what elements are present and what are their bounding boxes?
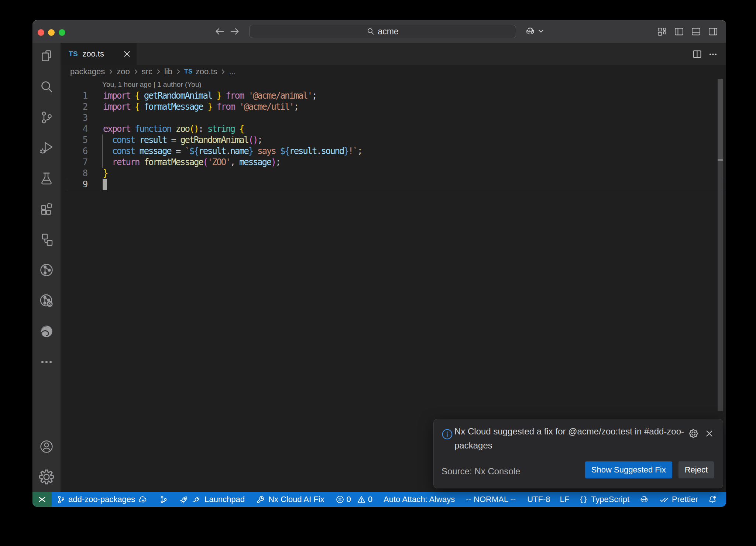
code-token [235, 124, 239, 134]
code-line[interactable]: 7 return formatMessage('ZOO', message); [61, 157, 726, 168]
code-token: ${ [189, 146, 199, 156]
code-token: export [103, 124, 130, 134]
close-window-button[interactable] [38, 29, 44, 36]
sidebar-item-commit-graph[interactable] [38, 262, 55, 279]
code-token: : [198, 124, 203, 134]
cloud-upload-icon [138, 495, 148, 505]
status-language[interactable]: TypeScript [579, 495, 629, 504]
vscode-window: acme [32, 20, 726, 507]
status-eol[interactable]: LF [560, 495, 569, 504]
notification-gear-icon[interactable] [688, 429, 698, 438]
scrollbar-thumb[interactable] [718, 79, 723, 160]
navigate-back-icon[interactable] [214, 26, 225, 37]
code-token: = [176, 146, 180, 156]
command-center-query: acme [378, 27, 398, 37]
sidebar-item-linked-components[interactable] [38, 231, 55, 248]
status-problems[interactable]: 0 0 [336, 495, 373, 504]
sidebar-item-search[interactable] [38, 78, 55, 95]
code-token [103, 135, 112, 145]
reject-button[interactable]: Reject [678, 461, 714, 478]
toggle-secondary-sidebar-icon[interactable] [708, 27, 718, 37]
status-commit-graph[interactable] [159, 495, 168, 504]
breadcrumb-item[interactable]: src [142, 67, 152, 76]
status-launchpad[interactable]: Launchpad [179, 495, 245, 505]
tab-zoo-ts[interactable]: TS zoo.ts [61, 43, 137, 65]
status-left: add-zoo-packages Launchpad Nx Cloud AI F… [57, 495, 516, 505]
code-line[interactable]: 2import { formatMessage } from '@acme/ut… [61, 101, 726, 112]
notification-source: Source: Nx Console [441, 466, 520, 477]
more-actions-icon[interactable] [708, 49, 718, 59]
breadcrumb-item[interactable]: lib [164, 67, 172, 76]
status-vim-mode-label: -- NORMAL -- [466, 495, 516, 504]
status-encoding[interactable]: UTF-8 [527, 495, 550, 504]
line-number: 8 [61, 168, 87, 179]
code-line[interactable]: 4export function zoo(): string { [61, 123, 726, 134]
close-icon[interactable] [705, 429, 714, 438]
settings-button[interactable] [38, 468, 55, 485]
code-token: getRandomAnimal [144, 91, 212, 101]
sidebar-item-explorer[interactable] [38, 48, 55, 65]
code-token [139, 91, 144, 101]
show-suggested-fix-button[interactable]: Show Suggested Fix [585, 461, 672, 478]
scrollbar-thumb-lower[interactable] [718, 161, 723, 411]
status-right: UTF-8 LF TypeScript Prettier [527, 492, 717, 507]
sidebar-item-source-control[interactable] [38, 109, 55, 126]
close-tab-icon[interactable] [123, 50, 131, 58]
status-vim-mode[interactable]: -- NORMAL -- [466, 495, 516, 504]
breadcrumb-item[interactable]: packages [70, 67, 105, 76]
copilot-menu[interactable] [525, 25, 544, 37]
sidebar-item-edge-tools[interactable] [38, 323, 55, 340]
status-copilot[interactable] [639, 494, 649, 505]
code-token: from [217, 102, 235, 112]
gitlens-codelens[interactable]: You, 1 hour ago | 1 author (You) [102, 79, 202, 90]
code-line[interactable]: 3 [61, 112, 726, 123]
breadcrumb-symbol[interactable]: ... [229, 67, 236, 76]
code-line[interactable]: 5 const result = getRandomAnimal(); [61, 134, 726, 146]
code-line[interactable]: 6 const message = `${result.name} says $… [61, 146, 726, 157]
sidebar-item-run-debug[interactable] [38, 139, 55, 156]
code-token: ; [312, 91, 316, 101]
code-text: const result = getRandomAnimal(); [103, 134, 262, 146]
code-token: 'ZOO' [207, 157, 230, 167]
code-token [203, 124, 207, 134]
code-line[interactable]: 1import { getRandomAnimal } from '@acme/… [61, 90, 726, 101]
remote-indicator[interactable] [32, 492, 52, 507]
status-branch-label: add-zoo-packages [68, 495, 135, 504]
status-auto-attach[interactable]: Auto Attach: Always [384, 495, 455, 504]
code-token: () [189, 124, 199, 134]
status-prettier[interactable]: Prettier [659, 495, 698, 505]
sidebar-item-more-views[interactable] [38, 354, 55, 371]
code-token: result [139, 135, 166, 145]
toggle-primary-sidebar-icon[interactable] [674, 27, 684, 37]
status-git-branch[interactable]: add-zoo-packages [57, 495, 148, 505]
sidebar-item-testing[interactable] [38, 170, 55, 187]
breadcrumb-item[interactable]: zoo [117, 67, 130, 76]
command-center-search[interactable]: acme [249, 25, 516, 38]
split-editor-icon[interactable] [692, 49, 702, 59]
remote-indicator-icon [37, 495, 47, 504]
code-token: getRandomAnimal [180, 135, 248, 145]
tab-bar: TS zoo.ts [61, 43, 726, 65]
code-token [135, 135, 139, 145]
breadcrumb-file[interactable]: TS zoo.ts [184, 67, 217, 76]
account-button[interactable] [38, 438, 55, 455]
title-bar: acme [32, 20, 726, 43]
maximize-window-button[interactable] [59, 29, 65, 36]
code-line[interactable]: 8} [61, 168, 726, 179]
sidebar-item-extensions[interactable] [38, 201, 55, 218]
code-line[interactable]: 9 [61, 179, 726, 190]
search-icon [38, 78, 55, 95]
warning-icon [357, 495, 366, 504]
error-icon [336, 495, 344, 504]
code-token [171, 146, 176, 156]
minimize-window-button[interactable] [48, 29, 55, 36]
customize-layout-icon[interactable] [657, 27, 667, 37]
code-token: . [226, 146, 230, 156]
code-token: { [135, 102, 139, 112]
status-notifications[interactable] [708, 495, 717, 504]
sidebar-item-graph-search[interactable] [38, 292, 55, 309]
code-token [171, 124, 176, 134]
status-nx-cloud-ai-fix[interactable]: Nx Cloud AI Fix [256, 495, 324, 504]
toggle-panel-icon[interactable] [691, 27, 701, 37]
navigate-forward-icon[interactable] [230, 26, 240, 37]
